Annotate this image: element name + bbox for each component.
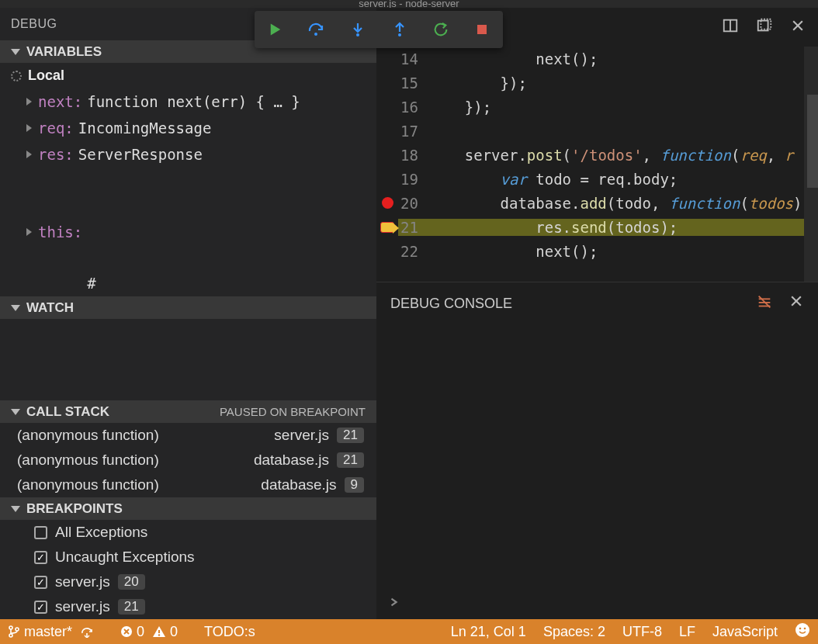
variables-scope-local[interactable]: Local — [0, 63, 376, 88]
frame-label: (anonymous function) — [17, 427, 159, 444]
window-titlebar: server.js - node-server — [0, 0, 818, 8]
todos-status[interactable]: TODO:s — [204, 624, 255, 640]
variable-value: ServerResponse — [78, 146, 203, 163]
breakpoint-dot-icon[interactable] — [382, 197, 393, 209]
debug-console-input[interactable] — [376, 585, 818, 619]
show-open-editors-icon[interactable] — [756, 17, 773, 38]
breakpoint-checkbox[interactable] — [34, 576, 47, 589]
feedback-icon[interactable] — [795, 622, 810, 642]
svg-point-28 — [799, 627, 802, 629]
code-line[interactable]: 17 — [376, 119, 818, 143]
code-line[interactable]: 21 res.send(todos); — [376, 215, 818, 239]
indentation-status[interactable]: Spaces: 2 — [543, 624, 605, 640]
split-editor-icon[interactable] — [722, 17, 739, 38]
frame-line: 21 — [337, 452, 364, 468]
chevron-down-icon — [11, 49, 20, 55]
breakpoint-row[interactable]: Uncaught Exceptions — [0, 545, 376, 570]
breakpoint-row[interactable]: All Exceptions — [0, 520, 376, 545]
variable-row[interactable]: req: IncomingMessage — [0, 115, 376, 141]
callstack-title: CALL STACK — [26, 404, 109, 420]
breakpoints-section-header[interactable]: BREAKPOINTS — [0, 497, 376, 520]
eol-status[interactable]: LF — [679, 624, 695, 640]
variables-title: VARIABLES — [26, 44, 102, 60]
loading-spinner-icon — [11, 71, 22, 81]
breakpoint-checkbox[interactable] — [34, 551, 47, 564]
step-over-button[interactable] — [305, 18, 328, 41]
frame-line: 9 — [345, 477, 364, 493]
breakpoint-line: 20 — [118, 574, 145, 590]
breakpoint-row[interactable]: server.js 20 — [0, 570, 376, 594]
code-line[interactable]: 18 server.post('/todos', function(req, r — [376, 143, 818, 167]
svg-point-29 — [804, 627, 806, 629]
stop-button[interactable] — [470, 18, 494, 41]
close-panel-icon[interactable] — [789, 293, 804, 314]
breakpoint-label: server.js — [55, 598, 110, 615]
debug-console-body[interactable] — [376, 325, 818, 585]
svg-point-19 — [9, 634, 12, 637]
frame-label: (anonymous function) — [17, 476, 159, 493]
warnings-status[interactable]: 0 — [152, 624, 178, 640]
code-text: }); — [429, 99, 818, 116]
callstack-frame[interactable]: (anonymous function) database.js 9 — [0, 473, 376, 497]
callstack-section-header[interactable]: CALL STACK PAUSED ON BREAKPOINT — [0, 400, 376, 423]
close-editor-icon[interactable] — [790, 18, 806, 37]
git-sync-icon[interactable] — [80, 625, 94, 638]
code-text: }); — [429, 74, 818, 92]
cursor-position-status[interactable]: Ln 21, Col 1 — [451, 624, 526, 640]
code-editor[interactable]: 14 next(); 15 }); 16 }); 17 18 server.po… — [376, 47, 818, 282]
git-branch-status[interactable]: master* — [8, 624, 72, 640]
callstack-status: PAUSED ON BREAKPOINT — [220, 405, 366, 418]
callstack-panel: (anonymous function) server.js 21(anonym… — [0, 423, 376, 497]
breakpoint-label: Uncaught Exceptions — [55, 549, 195, 566]
breakpoint-label: server.js — [55, 573, 110, 590]
watch-section-header[interactable]: WATCH — [0, 296, 376, 319]
errors-status[interactable]: 0 — [120, 624, 144, 640]
line-number: 14 — [398, 50, 429, 68]
breakpoint-row[interactable]: server.js 21 — [0, 594, 376, 619]
code-line[interactable]: 15 }); — [376, 71, 818, 95]
chevron-right-icon — [26, 228, 32, 236]
code-line[interactable]: 16 }); — [376, 95, 818, 119]
step-out-button[interactable] — [388, 18, 411, 41]
code-text: next(); — [429, 243, 818, 260]
line-number: 16 — [398, 99, 429, 116]
callstack-frame[interactable]: (anonymous function) server.js 21 — [0, 423, 376, 448]
code-line[interactable]: 20 database.add(todo, function(todos) — [376, 191, 818, 215]
minimap[interactable] — [804, 47, 818, 282]
local-label: Local — [28, 68, 64, 84]
frame-line: 21 — [337, 428, 364, 443]
restart-button[interactable] — [429, 18, 452, 41]
variable-name: next: — [38, 93, 82, 110]
chevron-down-icon — [11, 305, 20, 311]
language-mode-status[interactable]: JavaScript — [712, 624, 778, 640]
encoding-status[interactable]: UTF-8 — [622, 624, 662, 640]
step-into-button[interactable] — [346, 18, 369, 41]
variable-row[interactable]: this: # — [0, 168, 376, 296]
line-number: 20 — [398, 195, 429, 212]
svg-point-20 — [16, 628, 19, 631]
statusbar: master* 0 0 TODO:s Ln 21, Col 1 Spaces: … — [0, 619, 818, 644]
variable-name: res: — [38, 146, 74, 163]
frame-file: database.js — [261, 476, 336, 493]
variable-value: function next(err) { … } — [87, 93, 300, 110]
variable-name: this: — [38, 223, 82, 241]
callstack-frame[interactable]: (anonymous function) database.js 21 — [0, 448, 376, 473]
variable-row[interactable]: next: function next(err) { … } — [0, 88, 376, 115]
svg-point-16 — [398, 33, 401, 36]
chevron-right-icon — [26, 124, 32, 132]
code-line[interactable]: 19 var todo = req.body; — [376, 167, 818, 191]
variable-row[interactable]: res: ServerResponse — [0, 141, 376, 168]
current-execution-icon — [380, 222, 394, 233]
clear-console-icon[interactable] — [756, 293, 773, 314]
breakpoint-checkbox[interactable] — [34, 526, 47, 539]
debug-sidebar: DEBUG Launch VARIABLES Local next: funct… — [0, 8, 376, 619]
breakpoints-title: BREAKPOINTS — [26, 501, 123, 517]
svg-point-27 — [795, 623, 809, 637]
debug-toolbar[interactable] — [255, 11, 503, 48]
code-line[interactable]: 22 next(); — [376, 239, 818, 263]
code-line[interactable]: 14 next(); — [376, 47, 818, 71]
continue-button[interactable] — [264, 18, 287, 41]
breakpoint-checkbox[interactable] — [34, 601, 47, 614]
breakpoints-panel: All Exceptions Uncaught Exceptions serve… — [0, 520, 376, 619]
line-number: 17 — [398, 123, 429, 140]
